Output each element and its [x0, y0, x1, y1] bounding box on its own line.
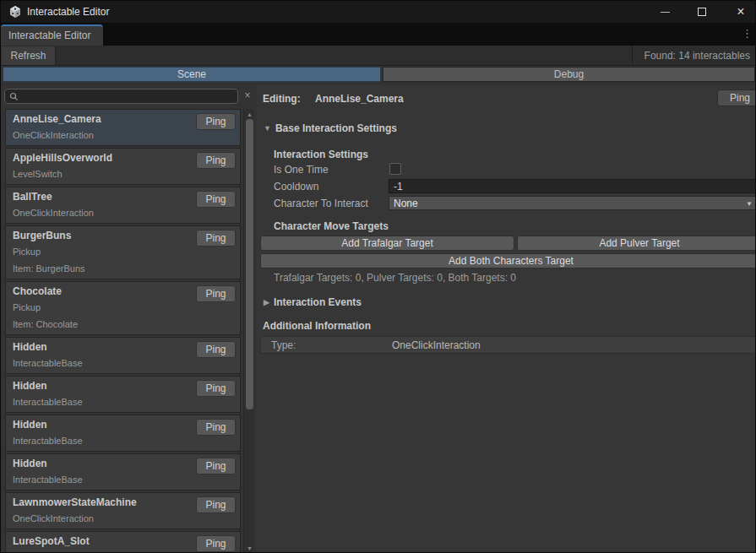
character-to-interact-label: Character To Interact: [274, 198, 368, 209]
foldout-closed-icon: ▶: [264, 298, 269, 306]
cooldown-input[interactable]: -1: [389, 179, 756, 193]
list-item[interactable]: AppleHillsOverworldLevelSwitchPing: [5, 148, 241, 185]
interaction-settings-header: Interaction Settings: [274, 149, 368, 160]
add-trafalgar-target-button[interactable]: Add Trafalgar Target: [260, 236, 514, 251]
toolbar: Refresh Found: 14 interactables: [1, 46, 756, 66]
list-item[interactable]: AnneLise_CameraOneClickInteractionPing: [5, 109, 241, 146]
item-name: BurgerBuns: [13, 230, 71, 241]
scrollbar-up-icon[interactable]: ▲: [244, 111, 255, 117]
add-pulver-target-button[interactable]: Add Pulver Target: [517, 236, 756, 251]
item-name: Hidden: [13, 380, 47, 392]
character-to-interact-dropdown[interactable]: None▼: [389, 196, 756, 210]
mode-tab-row: Scene Debug: [1, 66, 756, 85]
list-item[interactable]: BurgerBunsPickupItem: BurgerBunsPing: [5, 225, 241, 279]
minimize-button[interactable]: [648, 1, 682, 23]
item-name: Hidden: [13, 458, 47, 469]
foldout-open-icon: ▼: [264, 124, 271, 133]
tab-scene[interactable]: Scene: [3, 67, 381, 82]
item-name: Hidden: [13, 419, 47, 431]
ping-button[interactable]: Ping: [196, 230, 236, 247]
toolbar-separator: [632, 46, 633, 66]
list-item[interactable]: HiddenInteractableBasePing: [5, 415, 241, 452]
item-pickup-info: Item: Chocolate: [13, 319, 78, 329]
maximize-icon: [698, 8, 706, 16]
refresh-button[interactable]: Refresh: [2, 46, 56, 65]
close-icon: ×: [737, 5, 744, 19]
found-count-label: Found: 14 interactables: [645, 50, 750, 62]
item-name: Chocolate: [13, 285, 62, 297]
interactable-list-panel: × AnneLise_CameraOneClickInteractionPing…: [1, 85, 257, 553]
editing-target-name: AnneLise_Camera: [315, 93, 404, 105]
item-name: BallTree: [13, 191, 52, 203]
search-clear-button[interactable]: ×: [242, 89, 253, 101]
item-name: Hidden: [13, 341, 47, 353]
interactable-editor-window: Interactable Editor × Interactable Edito…: [0, 0, 756, 553]
additional-information-header: Additional Information: [263, 320, 371, 332]
chevron-down-icon: ▼: [746, 200, 753, 208]
item-type: InteractableBase: [13, 436, 83, 446]
editor-tab-strip: Interactable Editor ⋮: [1, 23, 756, 46]
targets-summary: Trafalgar Targets: 0, Pulver Targets: 0,…: [274, 272, 516, 284]
scrollbar-down-icon[interactable]: ▼: [244, 545, 255, 551]
close-button[interactable]: ×: [724, 1, 756, 23]
unity-cube-icon: [8, 5, 22, 19]
item-name: AppleHillsOverworld: [13, 152, 112, 164]
type-label: Type:: [271, 339, 296, 351]
item-type: Pickup: [13, 247, 41, 257]
list-item[interactable]: HiddenInteractableBasePing: [5, 376, 241, 413]
ping-button[interactable]: Ping: [196, 419, 236, 436]
ping-button[interactable]: Ping: [196, 113, 236, 130]
list-item[interactable]: LawnmowerStateMachineOneClickInteraction…: [5, 492, 241, 529]
list-item[interactable]: BallTreeOneClickInteractionPing: [5, 187, 241, 224]
character-move-targets-header: Character Move Targets: [274, 220, 389, 232]
item-name: AnneLise_Camera: [13, 113, 101, 125]
list-item[interactable]: HiddenInteractableBasePing: [5, 453, 241, 491]
search-icon: [9, 92, 19, 101]
minimize-icon: [661, 12, 670, 13]
ping-button[interactable]: Ping: [196, 285, 236, 302]
scrollbar-thumb[interactable]: [246, 119, 253, 409]
search-input[interactable]: [20, 90, 231, 102]
search-field[interactable]: [4, 89, 238, 104]
ping-button[interactable]: Ping: [196, 152, 236, 169]
type-value: OneClickInteraction: [392, 339, 481, 351]
maximize-button[interactable]: [685, 1, 719, 23]
item-type: OneClickInteraction: [13, 130, 94, 140]
item-type: InteractableBase: [13, 397, 83, 407]
title-bar: Interactable Editor ×: [1, 1, 756, 23]
item-type: OneClickInteraction: [13, 208, 94, 218]
ping-button[interactable]: Ping: [196, 535, 236, 552]
foldout-interaction-events[interactable]: ▶Interaction Events: [264, 296, 362, 308]
item-type: InteractableBase: [13, 474, 83, 485]
list-item[interactable]: HiddenInteractableBasePing: [5, 337, 241, 374]
editing-ping-button[interactable]: Ping: [717, 89, 756, 106]
ping-button[interactable]: Ping: [196, 458, 236, 474]
item-name: LureSpotA_Slot: [13, 535, 90, 547]
editing-label: Editing:: [263, 93, 301, 105]
foldout-base-interaction-settings[interactable]: ▼Base Interaction Settings: [264, 122, 397, 134]
tab-interactable-editor[interactable]: Interactable Editor: [1, 24, 103, 46]
ping-button[interactable]: Ping: [196, 380, 236, 397]
editing-panel: Editing: AnneLise_Camera Ping ▼Base Inte…: [257, 85, 756, 553]
is-one-time-checkbox[interactable]: [389, 163, 401, 175]
ping-button[interactable]: Ping: [196, 341, 236, 358]
add-both-characters-target-button[interactable]: Add Both Characters Target: [260, 253, 756, 268]
type-info-row: Type: OneClickInteraction: [260, 336, 756, 354]
list-item[interactable]: ChocolatePickupItem: ChocolatePing: [5, 281, 241, 335]
item-pickup-info: Item: BurgerBuns: [13, 263, 85, 274]
tab-debug[interactable]: Debug: [383, 67, 755, 82]
item-type: OneClickInteraction: [13, 513, 94, 523]
item-type: Pickup: [13, 302, 41, 312]
tab-menu-icon[interactable]: ⋮: [742, 28, 753, 40]
window-title: Interactable Editor: [27, 6, 109, 18]
item-name: LawnmowerStateMachine: [13, 496, 137, 508]
list-item[interactable]: LureSpotA_SlotPing: [5, 531, 241, 553]
ping-button[interactable]: Ping: [196, 191, 236, 208]
interactable-list: AnneLise_CameraOneClickInteractionPingAp…: [1, 109, 242, 553]
list-scrollbar[interactable]: ▲ ▼: [243, 109, 254, 553]
item-type: LevelSwitch: [13, 169, 63, 179]
item-type: InteractableBase: [13, 358, 83, 368]
ping-button[interactable]: Ping: [196, 496, 236, 513]
cooldown-label: Cooldown: [274, 181, 318, 192]
is-one-time-label: Is One Time: [274, 164, 329, 176]
